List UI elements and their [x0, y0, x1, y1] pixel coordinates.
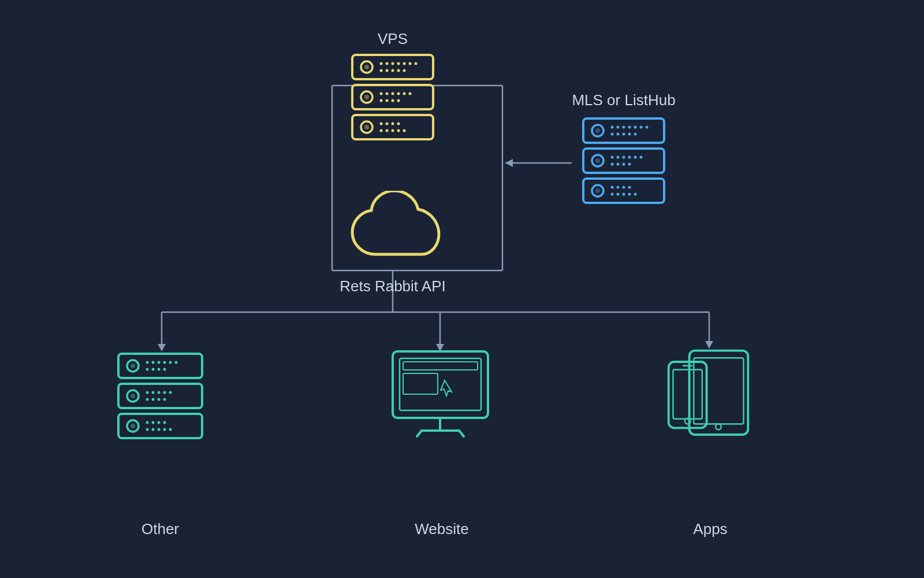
svg-point-63 — [646, 126, 649, 129]
svg-point-111 — [152, 391, 155, 394]
svg-point-46 — [386, 123, 389, 125]
svg-point-45 — [380, 123, 383, 125]
svg-point-77 — [640, 156, 643, 159]
svg-point-71 — [595, 158, 600, 163]
svg-point-81 — [628, 163, 631, 166]
diagram: VPS Rets Rabbit API — [0, 0, 924, 578]
svg-point-24 — [380, 69, 383, 72]
svg-point-93 — [634, 193, 637, 196]
svg-point-79 — [617, 163, 620, 166]
svg-point-18 — [386, 62, 389, 65]
mls-label: MLS or ListHub — [560, 91, 687, 109]
vps-server-icon — [341, 46, 445, 150]
mls-server-icon — [572, 110, 676, 214]
svg-point-89 — [611, 193, 614, 196]
svg-point-37 — [409, 92, 412, 95]
svg-point-128 — [158, 428, 161, 431]
svg-line-138 — [459, 431, 464, 436]
svg-point-16 — [364, 65, 369, 69]
website-monitor-icon — [387, 347, 494, 442]
api-label: Rets Rabbit API — [306, 277, 479, 295]
svg-point-106 — [163, 368, 166, 371]
svg-point-23 — [415, 62, 418, 65]
svg-point-65 — [617, 133, 620, 136]
svg-point-141 — [716, 424, 721, 430]
svg-point-125 — [163, 421, 166, 424]
svg-point-80 — [623, 163, 625, 166]
svg-point-126 — [146, 428, 149, 431]
svg-point-22 — [409, 62, 412, 65]
svg-rect-133 — [403, 362, 478, 370]
svg-point-66 — [623, 133, 625, 136]
svg-point-86 — [617, 186, 620, 189]
svg-point-53 — [403, 129, 406, 132]
svg-rect-134 — [403, 373, 438, 394]
svg-point-21 — [403, 62, 406, 65]
svg-point-36 — [403, 92, 406, 95]
svg-point-39 — [386, 99, 389, 102]
svg-point-104 — [152, 368, 155, 371]
svg-point-19 — [392, 62, 394, 65]
svg-point-102 — [175, 361, 178, 364]
svg-point-110 — [146, 391, 149, 394]
svg-point-116 — [152, 398, 155, 401]
svg-point-58 — [617, 126, 620, 129]
svg-point-105 — [158, 368, 161, 371]
svg-point-109 — [131, 394, 135, 398]
svg-point-99 — [158, 361, 161, 364]
svg-point-103 — [146, 368, 149, 371]
svg-point-31 — [364, 95, 369, 99]
svg-rect-139 — [690, 351, 748, 435]
svg-point-101 — [169, 361, 172, 364]
other-server-icon — [110, 347, 211, 448]
svg-point-123 — [152, 421, 155, 424]
svg-point-28 — [403, 69, 406, 72]
svg-point-118 — [163, 398, 166, 401]
svg-point-62 — [640, 126, 643, 129]
svg-point-20 — [397, 62, 400, 65]
svg-point-124 — [158, 421, 161, 424]
svg-rect-140 — [694, 358, 743, 424]
other-label: Other — [110, 520, 211, 538]
svg-rect-132 — [400, 358, 481, 410]
svg-point-129 — [163, 428, 166, 431]
svg-point-49 — [380, 129, 383, 132]
svg-point-51 — [392, 129, 394, 132]
svg-point-64 — [611, 133, 614, 136]
svg-point-41 — [397, 99, 400, 102]
svg-point-98 — [152, 361, 155, 364]
svg-point-68 — [634, 133, 637, 136]
svg-point-32 — [380, 92, 383, 95]
svg-point-85 — [611, 186, 614, 189]
svg-point-35 — [397, 92, 400, 95]
svg-point-59 — [623, 126, 625, 129]
svg-point-74 — [623, 156, 625, 159]
svg-point-122 — [146, 421, 149, 424]
svg-point-47 — [392, 123, 394, 125]
svg-point-38 — [380, 99, 383, 102]
svg-point-96 — [131, 364, 135, 368]
svg-point-72 — [611, 156, 614, 159]
svg-point-92 — [628, 193, 631, 196]
svg-point-25 — [386, 69, 389, 72]
svg-point-26 — [392, 69, 394, 72]
svg-point-130 — [169, 428, 172, 431]
svg-point-88 — [628, 186, 631, 189]
svg-point-67 — [628, 133, 631, 136]
svg-point-91 — [623, 193, 625, 196]
svg-point-44 — [364, 125, 369, 129]
svg-point-114 — [169, 391, 172, 394]
cloud-icon — [341, 191, 445, 272]
svg-point-50 — [386, 129, 389, 132]
svg-point-73 — [617, 156, 620, 159]
svg-point-87 — [623, 186, 625, 189]
svg-point-75 — [628, 156, 631, 159]
svg-point-100 — [163, 361, 166, 364]
svg-line-137 — [417, 431, 422, 436]
svg-point-78 — [611, 163, 614, 166]
svg-point-52 — [397, 129, 400, 132]
svg-point-90 — [617, 193, 620, 196]
svg-point-112 — [158, 391, 161, 394]
svg-point-60 — [628, 126, 631, 129]
svg-point-61 — [634, 126, 637, 129]
